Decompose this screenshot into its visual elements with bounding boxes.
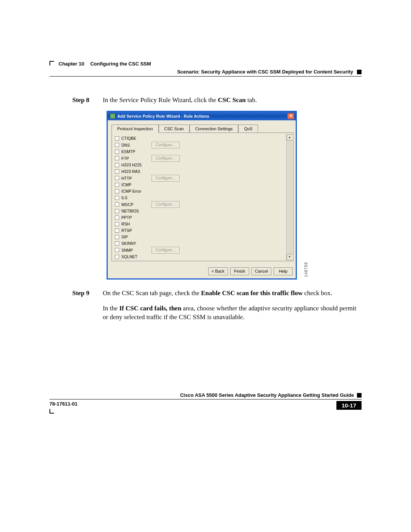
protocol-row: RTSP [115,227,149,234]
protocol-checkbox[interactable] [115,241,119,246]
protocol-label: RSH [121,222,130,226]
scrollbar[interactable]: ▲ ▼ [286,134,292,260]
dialog-title: Add Service Policy Rule Wizard - Rule Ac… [117,114,209,118]
footer-guide-title: Cisco ASA 5500 Series Adaptive Security … [180,392,354,398]
protocol-row: NETBIOS [115,208,149,214]
p2-pre: In the [103,305,119,312]
protocol-checkbox[interactable] [115,136,119,141]
cancel-button[interactable]: Cancel [252,267,271,275]
protocol-label: ESMTP [121,149,135,154]
header-rule [49,76,362,77]
protocol-label: ICMP [121,182,131,187]
protocol-label: H323 RAS [121,169,140,174]
protocol-list: CTIQBEDNSConfigure...ESMTPFTPConfigure..… [115,134,286,260]
protocol-checkbox[interactable] [115,209,119,213]
chapter-label: Chapter 10 [59,61,84,67]
protocol-checkbox[interactable] [115,228,119,233]
protocol-checkbox[interactable] [115,169,119,174]
step8-post: tab. [246,96,257,104]
protocol-checkbox[interactable] [115,176,119,180]
protocol-checkbox[interactable] [115,216,119,220]
finish-button[interactable]: Finish [230,267,249,275]
protocol-label: PPTP [121,215,132,220]
step8-bold: CSC Scan [218,96,246,104]
protocol-checkbox[interactable] [115,255,119,259]
protocol-label: FTP [121,156,129,161]
protocol-row: H323 RAS [115,168,149,175]
scenario-title: Scenario: Security Appliance with CSC SS… [177,69,353,75]
configure-button[interactable]: Configure... [151,175,180,182]
protocol-row: CTIQBE [115,135,149,142]
protocol-row: ILS [115,195,149,201]
step9-pre: On the CSC Scan tab page, check the [103,289,201,297]
back-button[interactable]: < Back [208,267,228,275]
protocol-row: RSH [115,221,149,227]
footer-rule [49,399,362,399]
protocol-row: ICMP [115,182,149,188]
page-number: 10-17 [336,401,362,410]
window-icon [110,113,115,119]
protocol-row: SIP [115,234,149,240]
p2-bold: If CSC card fails, then [119,305,181,312]
protocol-checkbox[interactable] [115,183,119,187]
protocol-label: ICMP Error [121,189,141,193]
protocol-checkbox[interactable] [115,156,119,160]
protocol-row: ICMP Error [115,188,149,195]
protocol-row: SKINNY [115,240,149,247]
footer-square-icon [357,393,362,398]
step9-bold: Enable CSC scan for this traffic flow [201,289,303,297]
configure-button[interactable]: Configure... [151,142,180,149]
help-button[interactable]: Help [274,267,293,275]
protocol-label: RTSP [121,228,132,233]
protocol-row: ESMTP [115,149,149,155]
tab-csc-scan[interactable]: CSC Scan [159,125,190,133]
protocol-checkbox[interactable] [115,235,119,239]
protocol-row: MGCP [115,201,149,208]
configure-button[interactable]: Configure... [151,201,180,208]
titlebar[interactable]: Add Service Policy Rule Wizard - Rule Ac… [108,112,296,120]
protocol-checkbox[interactable] [115,248,119,252]
protocol-label: SKINNY [121,241,136,246]
protocol-label: SQLNET [121,254,137,259]
protocol-checkbox[interactable] [115,163,119,167]
protocol-checkbox[interactable] [115,222,119,226]
scroll-down-icon[interactable]: ▼ [287,254,292,260]
step9-label: Step 9 [72,289,103,298]
protocol-label: H323 H225 [121,163,142,167]
tab-connection-settings[interactable]: Connection Settings [190,125,238,133]
configure-button[interactable]: Configure... [151,247,180,254]
protocol-row: DNS [115,142,149,148]
protocol-row: H323 H225 [115,162,149,168]
protocol-checkbox[interactable] [115,150,119,154]
protocol-row: HTTP [115,175,149,181]
step9-post: check box. [303,289,332,297]
protocol-checkbox[interactable] [115,202,119,206]
protocol-label: HTTP [121,176,132,181]
step8-text: In the Service Policy Rule Wizard, click… [103,96,362,105]
protocol-label: CTIQBE [121,136,136,141]
protocol-checkbox[interactable] [115,196,119,200]
figure-id: 148788 [304,262,308,277]
protocol-row: PPTP [115,214,149,221]
step9-para2: In the If CSC card fails, then area, cho… [103,304,362,322]
protocol-row: SQLNET [115,254,149,260]
step8-label: Step 8 [72,96,103,105]
close-icon[interactable]: ✕ [287,113,294,119]
protocol-checkbox[interactable] [115,189,119,193]
protocol-row: FTP [115,155,149,161]
protocol-label: MGCP [121,202,134,207]
configure-button[interactable]: Configure... [151,155,180,162]
wizard-dialog: Add Service Policy Rule Wizard - Rule Ac… [107,111,297,280]
step8-pre: In the Service Policy Rule Wizard, click… [103,96,218,104]
protocol-label: ILS [121,195,127,200]
protocol-label: SNMP [121,248,133,252]
protocol-checkbox[interactable] [115,143,119,147]
footer-docnum: 78-17611-01 [49,401,78,410]
tab-qos[interactable]: QoS [238,125,258,133]
protocol-label: DNS [121,143,130,147]
chapter-title: Configuring the CSC SSM [90,61,151,67]
scroll-up-icon[interactable]: ▲ [287,134,292,141]
protocol-row: SNMP [115,247,149,253]
step9-text: On the CSC Scan tab page, check the Enab… [103,289,362,298]
tab-protocol-inspection[interactable]: Protocol Inspection [112,125,159,133]
